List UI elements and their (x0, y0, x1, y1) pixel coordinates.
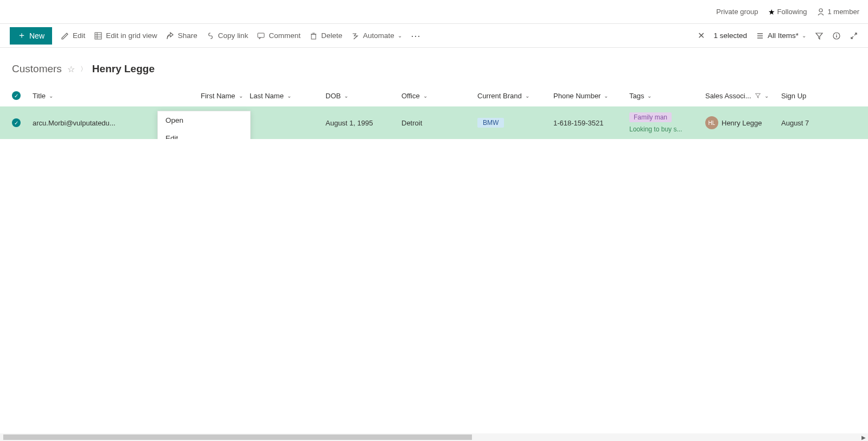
svg-rect-5 (258, 33, 264, 37)
column-phone[interactable]: Phone Number⌄ (553, 92, 629, 100)
clear-selection[interactable]: ✕ (698, 30, 705, 41)
edit-command[interactable]: Edit (61, 32, 85, 40)
private-group-label: Private group (716, 8, 758, 16)
svg-rect-6 (311, 34, 316, 39)
row-selector[interactable] (0, 118, 33, 127)
copy-link-command[interactable]: Copy link (206, 32, 248, 40)
share-icon (166, 32, 175, 40)
cell-phone: 1-618-159-3521 (553, 119, 629, 127)
table-header: Title⌄ First Name⌄ Last Name⌄ DOB⌄ Offic… (0, 85, 868, 106)
svg-rect-1 (95, 33, 101, 39)
column-brand[interactable]: Current Brand⌄ (477, 92, 553, 100)
select-all[interactable] (0, 91, 33, 100)
comment-label: Comment (269, 32, 301, 40)
breadcrumb: Customers ☆ 〉 Henry Legge (0, 48, 868, 85)
person-icon (816, 8, 825, 16)
chevron-right-icon: 〉 (80, 65, 87, 74)
menu-open[interactable]: Open (158, 111, 250, 129)
edit-grid-command[interactable]: Edit in grid view (94, 32, 157, 40)
more-commands[interactable]: ⋯ (411, 30, 422, 42)
view-label: All Items* (768, 32, 799, 40)
new-label: New (29, 32, 44, 40)
selected-count: 1 selected (713, 32, 747, 40)
trash-icon (309, 32, 318, 40)
delete-command[interactable]: Delete (309, 32, 342, 40)
column-tags[interactable]: Tags⌄ (629, 92, 705, 100)
context-menu: Open Edit Edit in grid view Share Copy l… (157, 111, 251, 139)
column-sign-up[interactable]: Sign Up (781, 92, 830, 100)
copy-link-label: Copy link (218, 32, 248, 40)
chevron-down-icon: ⌄ (802, 33, 806, 39)
top-bar: Private group ★ Following 1 member (0, 0, 868, 24)
new-button[interactable]: ＋ New (10, 27, 52, 45)
list-table: Title⌄ First Name⌄ Last Name⌄ DOB⌄ Offic… (0, 85, 868, 139)
cell-tags: Family man Looking to buy s... (629, 112, 705, 133)
grid-icon (94, 32, 103, 40)
comment-icon (257, 32, 265, 40)
column-office[interactable]: Office⌄ (401, 92, 477, 100)
pencil-icon (61, 32, 69, 40)
cell-dob: August 1, 1995 (326, 119, 401, 127)
cell-office: Detroit (401, 119, 477, 127)
svg-point-0 (819, 9, 822, 12)
chevron-down-icon: ⌄ (398, 33, 402, 39)
column-last-name[interactable]: Last Name⌄ (250, 92, 326, 100)
edit-label: Edit (73, 32, 85, 40)
filter-applied-icon (755, 92, 761, 99)
member-count-label: 1 member (827, 8, 859, 16)
plus-icon: ＋ (17, 30, 26, 41)
favorite-toggle[interactable]: ☆ (67, 64, 75, 74)
automate-command[interactable]: Automate ⌄ (351, 32, 402, 40)
edit-grid-label: Edit in grid view (106, 32, 157, 40)
cell-sales-associate: HL Henry Legge (705, 116, 781, 129)
cell-brand: BMW (477, 118, 553, 128)
automate-label: Automate (363, 32, 394, 40)
column-title[interactable]: Title⌄ (33, 92, 157, 100)
members-button[interactable]: 1 member (816, 8, 859, 16)
cell-sign-up: August 7 (781, 119, 830, 127)
avatar: HL (705, 116, 718, 129)
column-sales-associate[interactable]: Sales Associ...⌄ (705, 92, 781, 100)
breadcrumb-list[interactable]: Customers (12, 63, 62, 75)
info-icon[interactable] (832, 32, 841, 40)
following-label: Following (777, 8, 807, 16)
column-dob[interactable]: DOB⌄ (326, 92, 401, 100)
flow-icon (351, 32, 360, 40)
share-command[interactable]: Share (166, 32, 197, 40)
column-first-name[interactable]: First Name⌄ (174, 92, 250, 100)
comment-command[interactable]: Comment (257, 32, 301, 40)
command-bar: ＋ New Edit Edit in grid view Share Copy … (0, 24, 868, 48)
breadcrumb-item: Henry Legge (92, 63, 155, 75)
expand-icon[interactable] (850, 32, 858, 40)
table-row[interactable]: arcu.Morbi@vulputatedu... ⋮ Eric August … (0, 106, 868, 139)
view-selector[interactable]: All Items* ⌄ (756, 32, 806, 40)
cell-title[interactable]: arcu.Morbi@vulputatedu... (33, 119, 157, 127)
following-button[interactable]: ★ Following (768, 8, 807, 16)
star-icon: ★ (768, 8, 775, 16)
link-icon (206, 32, 215, 40)
delete-label: Delete (321, 32, 342, 40)
svg-point-14 (836, 34, 837, 35)
list-icon (756, 32, 764, 40)
filter-icon[interactable] (815, 32, 824, 40)
menu-edit[interactable]: Edit (158, 129, 250, 139)
share-label: Share (178, 32, 197, 40)
